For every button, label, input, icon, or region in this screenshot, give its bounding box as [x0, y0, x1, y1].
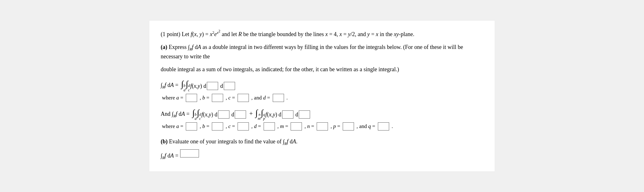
part-b-block: (b) Evaluate one of your integrals to fi… — [161, 137, 483, 161]
integral2-first: ∫ b a ∫ d c f(x, y) d d — [192, 109, 247, 121]
input-2-d3[interactable] — [282, 110, 293, 119]
int-limits-1b: d c — [188, 84, 190, 92]
int-limits-2c: n m — [258, 113, 260, 121]
input-2-m[interactable] — [291, 122, 302, 131]
integral-2-block: And ∫Rf dA = ∫ b a ∫ d c f(x, — [161, 108, 483, 131]
integral-2-where-row: where a = , b = , c = , d = , m = , n = … — [162, 122, 483, 131]
input-1-b[interactable] — [212, 94, 223, 102]
input-1-a[interactable] — [186, 94, 197, 102]
int-symbol-1b: ∫ — [186, 80, 188, 88]
input-b-answer[interactable] — [180, 149, 199, 157]
part-b-answer-row: ∫Rf dA = — [161, 149, 483, 161]
input-1-d[interactable] — [273, 94, 284, 102]
int-limits-2d: q p — [263, 113, 265, 121]
int-symbol-2a: ∫ — [192, 109, 195, 117]
input-2-d[interactable] — [264, 122, 275, 131]
int-symbol-1a: ∫ — [181, 80, 184, 88]
integral-2-row: And ∫Rf dA = ∫ b a ∫ d c f(x, — [161, 108, 483, 121]
integral1-outer: ∫ b a ∫ d c f(x, y) d d — [181, 80, 236, 92]
comma-b-1: , b = — [200, 93, 209, 103]
input-2-n[interactable] — [317, 122, 328, 131]
problem-card: (1 point) Let f(x, y) = x2ex2 and let R … — [149, 21, 495, 171]
input-1-d2[interactable] — [224, 82, 235, 90]
integral-1-where-row: where a = , b = , c = , and d = . — [162, 93, 483, 103]
comma-c-1: , c = — [226, 93, 235, 103]
input-2-a[interactable] — [186, 122, 197, 131]
integral-1-block: ∫Rf dA = ∫ b a ∫ d c — [161, 80, 483, 102]
int-symbol-2d: ∫ — [261, 109, 263, 117]
problem-statement: (1 point) Let f(x, y) = x2ex2 and let R … — [161, 29, 483, 39]
input-2-p[interactable] — [343, 122, 354, 131]
plus-sign: + — [249, 108, 253, 119]
input-2-d4[interactable] — [299, 110, 310, 119]
input-2-q[interactable] — [378, 122, 389, 131]
where-label-1: where a = — [162, 93, 183, 103]
part-a-description: (a) Express ∫Rf dA as a double integral … — [161, 42, 483, 61]
comma-m-2: , m = — [277, 122, 288, 131]
int-symbol-2c: ∫ — [255, 109, 258, 117]
comma-d-1: , and d = — [251, 93, 270, 103]
period-1: . — [287, 93, 288, 103]
comma-q-2: , and q = — [357, 122, 375, 131]
integral2-second: ∫ n m ∫ q p f(x, y) d d — [255, 109, 311, 121]
comma-n-2: , n = — [304, 122, 314, 131]
input-2-b[interactable] — [212, 122, 223, 131]
int-symbol-2b: ∫ — [197, 109, 199, 117]
comma-p-2: , p = — [330, 122, 340, 131]
integral-1-row: ∫Rf dA = ∫ b a ∫ d c — [161, 80, 483, 92]
int-limits-2a: b a — [195, 113, 196, 121]
where-label-2: where a = — [162, 122, 183, 131]
comma-b-2: , b = — [200, 122, 209, 131]
int-limits-1a: b a — [184, 84, 185, 92]
input-2-c[interactable] — [238, 122, 249, 131]
comma-c-2: , c = — [226, 122, 235, 131]
integral2-lhs: And ∫Rf dA = — [161, 109, 191, 119]
input-2-d2[interactable] — [235, 110, 246, 119]
period-2: . — [392, 122, 393, 131]
input-2-d1[interactable] — [218, 110, 229, 119]
integral1-lhs: ∫Rf dA = — [161, 80, 180, 90]
int-limits-2b: d c — [199, 113, 201, 121]
input-1-d1[interactable] — [207, 82, 218, 90]
part-a-description-2: double integral as a sum of two integral… — [161, 65, 483, 74]
part-b-lhs: ∫Rf dA = — [161, 151, 178, 161]
part-b-description: (b) Evaluate one of your integrals to fi… — [161, 137, 483, 147]
comma-d-2: , d = — [251, 122, 261, 131]
input-1-c[interactable] — [238, 94, 249, 102]
